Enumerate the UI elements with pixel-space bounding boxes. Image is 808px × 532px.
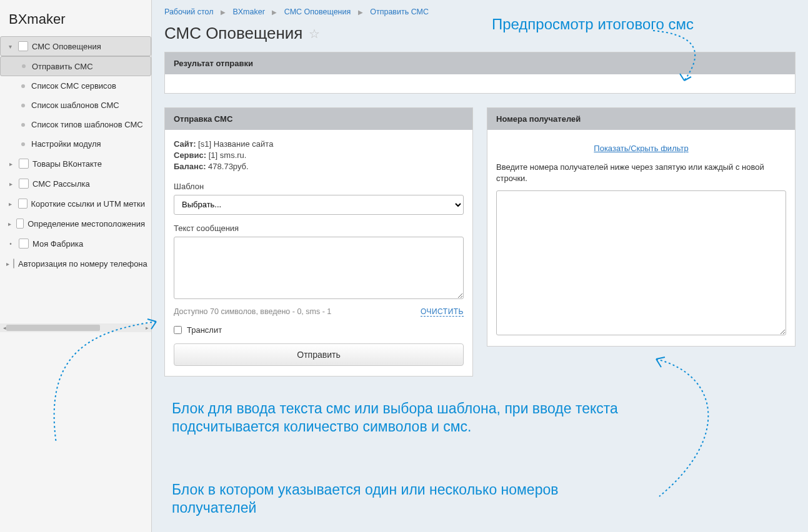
sidebar-hscrollbar[interactable]: ◂ ▸ bbox=[0, 323, 151, 332]
sidebar-sub-templates[interactable]: Список шаблонов СМС bbox=[0, 96, 151, 115]
folder-icon bbox=[19, 159, 29, 169]
recipients-panel: Номера получателей Показать/Скрыть фильт… bbox=[487, 107, 796, 347]
translit-label: Транслит bbox=[187, 325, 222, 335]
send-panel: Отправка СМС Сайт: [s1] Название сайта С… bbox=[164, 107, 473, 377]
sidebar-sub-services[interactable]: Список СМС сервисов bbox=[0, 76, 151, 96]
message-label: Текст сообщения bbox=[174, 224, 464, 233]
folder-icon bbox=[13, 259, 14, 268]
panel-title: Отправка СМС bbox=[165, 108, 472, 130]
sidebar-item-vkontakte[interactable]: ▸Товары ВКонтакте bbox=[0, 154, 151, 174]
sidebar-item-label: СМС Оповещения bbox=[32, 42, 101, 51]
breadcrumb: Рабочий стол ▶ BXmaker ▶ СМС Оповещения … bbox=[164, 7, 796, 16]
recipients-textarea[interactable] bbox=[496, 190, 786, 335]
sidebar-item-label: Отправить СМС bbox=[32, 62, 93, 71]
dot-icon bbox=[21, 142, 25, 146]
sidebar-sub-template-types[interactable]: Список типов шаблонов СМС bbox=[0, 115, 151, 134]
sidebar-item-label: Авторизация по номеру телефона bbox=[18, 259, 147, 268]
result-panel-body bbox=[165, 74, 795, 93]
sidebar-item-label: СМС Рассылка bbox=[32, 179, 90, 189]
chevron-right-icon: ▸ bbox=[6, 180, 15, 187]
sidebar-item-label: Список шаблонов СМС bbox=[31, 101, 119, 110]
panel-title: Номера получателей bbox=[487, 108, 795, 130]
site-info: Сайт: [s1] Название сайта bbox=[174, 139, 464, 150]
page-title-text: СМС Оповещения bbox=[164, 24, 302, 43]
dot-icon bbox=[21, 104, 25, 107]
breadcrumb-link[interactable]: BXmaker bbox=[232, 7, 264, 16]
sidebar-sub-send-sms[interactable]: Отправить СМС bbox=[0, 56, 151, 76]
scrollbar-thumb[interactable] bbox=[6, 325, 100, 331]
panel-title: Результат отправки bbox=[165, 52, 795, 74]
result-panel: Результат отправки bbox=[164, 52, 796, 94]
sidebar-item-shortlinks[interactable]: ▸Короткие ссылки и UTM метки bbox=[0, 194, 151, 214]
main-content: Рабочий стол ▶ BXmaker ▶ СМС Оповещения … bbox=[152, 0, 808, 532]
clear-link[interactable]: ОЧИСТИТЬ bbox=[421, 307, 464, 317]
balance-info: Баланс: 478.73руб. bbox=[174, 161, 464, 172]
page-title: СМС Оповещения ☆ bbox=[164, 24, 796, 43]
sidebar-item-phone-auth[interactable]: ▸Авторизация по номеру телефона bbox=[0, 254, 151, 273]
sidebar-item-geo[interactable]: ▸Определение местоположения bbox=[0, 214, 151, 234]
message-textarea[interactable] bbox=[174, 237, 464, 299]
sidebar-item-label: Товары ВКонтакте bbox=[32, 159, 102, 169]
brand: BXmaker bbox=[0, 0, 151, 36]
sidebar-item-sms-mailing[interactable]: ▸СМС Рассылка bbox=[0, 174, 151, 194]
translit-checkbox[interactable] bbox=[174, 326, 182, 334]
breadcrumb-link[interactable]: Отправить СМС bbox=[370, 7, 429, 16]
sidebar-item-label: Короткие ссылки и UTM метки bbox=[31, 199, 146, 209]
nav-tree: ▾ СМС Оповещения Отправить СМС Список СМ… bbox=[0, 36, 151, 273]
folder-icon bbox=[16, 219, 24, 229]
sidebar-item-label: Список типов шаблонов СМС bbox=[31, 120, 143, 129]
sidebar-item-fabrika[interactable]: •Моя Фабрика bbox=[0, 234, 151, 254]
chevron-right-icon: ▶ bbox=[358, 9, 363, 16]
breadcrumb-link[interactable]: СМС Оповещения bbox=[284, 7, 351, 16]
breadcrumb-link[interactable]: Рабочий стол bbox=[164, 7, 213, 16]
folder-icon bbox=[19, 239, 29, 249]
sidebar-sub-settings[interactable]: Настройки модуля bbox=[0, 134, 151, 154]
chevron-down-icon: ▾ bbox=[6, 43, 14, 50]
chevron-right-icon: ▸ bbox=[6, 160, 15, 167]
template-select[interactable]: Выбрать... bbox=[174, 195, 464, 215]
char-counter: Доступно 70 символов, введено - 0, sms -… bbox=[174, 307, 331, 316]
chevron-right-icon: ▶ bbox=[221, 9, 226, 16]
filter-toggle-link[interactable]: Показать/Скрыть фильтр bbox=[496, 139, 786, 158]
dot-icon: • bbox=[6, 240, 15, 247]
send-button[interactable]: Отправить bbox=[174, 343, 464, 366]
dot-icon bbox=[21, 123, 25, 127]
template-label: Шаблон bbox=[174, 182, 464, 191]
scroll-right-icon[interactable]: ▸ bbox=[142, 323, 151, 332]
folder-icon bbox=[19, 179, 29, 189]
folder-icon bbox=[18, 41, 28, 51]
sidebar-item-label: Моя Фабрика bbox=[32, 239, 83, 249]
folder-icon bbox=[18, 199, 27, 209]
sidebar-item-label: Определение местоположения bbox=[27, 219, 145, 229]
star-icon[interactable]: ☆ bbox=[309, 26, 320, 41]
chevron-right-icon: ▸ bbox=[6, 220, 12, 227]
sidebar-item-sms-notify[interactable]: ▾ СМС Оповещения bbox=[0, 36, 151, 56]
sidebar: BXmaker ▾ СМС Оповещения Отправить СМС С… bbox=[0, 0, 152, 532]
dot-icon bbox=[22, 64, 26, 68]
service-info: Сервис: [1] sms.ru. bbox=[174, 150, 464, 161]
chevron-right-icon: ▸ bbox=[6, 200, 14, 207]
dot-icon bbox=[21, 84, 25, 88]
sidebar-item-label: Настройки модуля bbox=[31, 139, 101, 149]
chevron-right-icon: ▶ bbox=[272, 9, 277, 16]
recipients-hint: Введите номера получателей ниже через за… bbox=[496, 162, 786, 184]
sidebar-item-label: Список СМС сервисов bbox=[31, 81, 116, 91]
chevron-right-icon: ▸ bbox=[6, 260, 9, 267]
